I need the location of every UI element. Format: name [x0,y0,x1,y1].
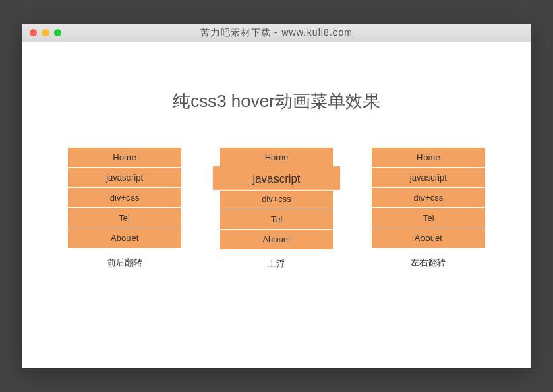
menu-item[interactable]: Abouet [68,228,181,248]
maximize-icon[interactable] [54,29,61,36]
menu-list-flip-fb: Home javascript div+css Tel Abouet [67,147,182,249]
minimize-icon[interactable] [42,29,49,36]
menu-item[interactable]: Tel [220,209,333,230]
menu-columns: Home javascript div+css Tel Abouet 前后翻转 … [42,147,511,270]
menu-item[interactable]: Abouet [372,228,485,248]
page-content: 纯css3 hover动画菜单效果 Home javascript div+cs… [22,42,531,290]
menu-item[interactable]: div+css [372,188,485,208]
menu-item[interactable]: Home [372,148,485,168]
menu-column-2: Home javascript div+css Tel Abouet 上浮 [207,147,345,270]
menu-item[interactable]: Abouet [220,230,333,249]
menu-caption: 上浮 [268,258,285,270]
menu-item[interactable]: Tel [68,208,181,228]
menu-item[interactable]: Home [68,148,181,168]
menu-list-flip-lr: Home javascript div+css Tel Abouet [371,147,486,249]
menu-caption: 前后翻转 [107,257,142,269]
menu-column-3: Home javascript div+css Tel Abouet 左右翻转 [359,147,498,270]
menu-item-hover[interactable]: javascript [213,166,340,191]
menu-column-1: Home javascript div+css Tel Abouet 前后翻转 [55,147,194,270]
close-icon[interactable] [30,29,37,36]
menu-item[interactable]: Tel [372,208,485,228]
menu-item[interactable]: div+css [220,189,333,209]
page-title: 纯css3 hover动画菜单效果 [42,90,511,113]
browser-window: 苦力吧素材下载 - www.kuli8.com 纯css3 hover动画菜单效… [22,24,531,368]
menu-list-float: Home javascript div+css Tel Abouet [219,147,334,250]
menu-item[interactable]: javascript [372,168,485,188]
menu-item[interactable]: div+css [68,188,181,208]
menu-caption: 左右翻转 [411,257,446,269]
menu-item[interactable]: Home [220,148,333,168]
window-title: 苦力吧素材下载 - www.kuli8.com [22,27,531,39]
traffic-lights [22,29,61,36]
titlebar: 苦力吧素材下载 - www.kuli8.com [22,24,531,42]
menu-item[interactable]: javascript [68,168,181,188]
